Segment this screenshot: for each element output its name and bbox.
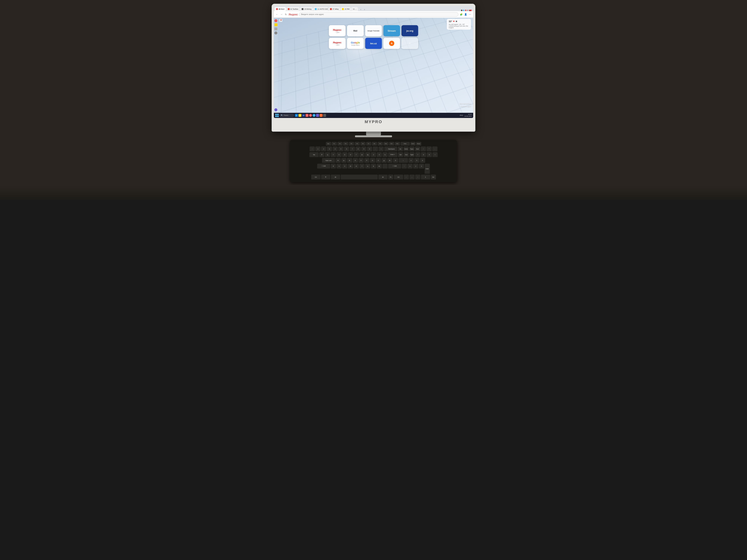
dial-translate[interactable]: Google Translate — [365, 25, 382, 36]
key-n[interactable]: Т — [359, 164, 365, 169]
key-ctrl-right[interactable]: Ctrl — [394, 175, 403, 180]
address-input[interactable] — [299, 12, 458, 17]
close-tab-button[interactable]: ✕ — [469, 10, 472, 11]
key-tilde[interactable]: ~ — [310, 146, 315, 152]
key-f[interactable]: А — [353, 158, 358, 163]
key-5[interactable]: 5 — [338, 146, 343, 152]
key-h[interactable]: Р — [364, 158, 369, 163]
key-backspace[interactable]: ← BackSpace — [384, 146, 397, 152]
key-minus[interactable]: - — [373, 146, 378, 152]
key-esc[interactable]: Esc — [326, 142, 331, 146]
key-p[interactable]: З — [371, 152, 376, 157]
key-f10[interactable]: F10 — [383, 142, 388, 146]
key-num-div[interactable]: / — [421, 146, 426, 152]
dial-add[interactable]: + — [402, 38, 418, 49]
key-insert[interactable]: Ins — [398, 146, 403, 152]
key-num-del[interactable]: Del — [431, 175, 436, 180]
browser-icon-2[interactable] — [463, 10, 464, 11]
key-f6[interactable]: F6 — [360, 142, 365, 146]
key-enter[interactable]: Enter ↵ — [388, 152, 397, 157]
key-page-down[interactable]: PgDn — [409, 152, 415, 157]
key-f1[interactable]: F1 — [332, 142, 337, 146]
calendar-icon[interactable]: 📅 — [279, 19, 282, 22]
key-c[interactable]: С — [342, 164, 347, 169]
key-m[interactable]: Ь — [365, 164, 370, 169]
dial-yandex2[interactable]: Яндекс → Дзен — [329, 38, 345, 49]
key-num5[interactable]: 5 — [414, 158, 419, 163]
reload-button[interactable]: ↻ — [284, 13, 287, 16]
taskbar-yandex[interactable]: Я — [306, 114, 308, 117]
key-f4[interactable]: F4 — [349, 142, 354, 146]
key-shift-left[interactable]: ⇧ Shift — [317, 164, 330, 169]
key-u[interactable]: Г — [354, 152, 359, 157]
change-bg-link[interactable]: Сменить фон — [461, 105, 471, 107]
key-1[interactable]: 1 — [315, 146, 320, 152]
sidebar-add-icon[interactable] — [274, 108, 277, 111]
tab-ebay[interactable]: 37 eBay — [329, 7, 340, 11]
dial-yandex1[interactable]: Яндекс → Дзен — [329, 25, 345, 36]
key-y[interactable]: Н — [348, 152, 353, 157]
key-i[interactable]: Ш — [359, 152, 365, 157]
dial-lex[interactable]: lex.uz — [365, 38, 382, 49]
key-f3[interactable]: F3 — [343, 142, 348, 146]
taskbar-search[interactable]: 🔍 Поиск — [279, 114, 294, 117]
key-8[interactable]: 8 — [356, 146, 361, 152]
key-quote[interactable]: Э — [393, 158, 398, 163]
key-alt-right[interactable]: Alt — [378, 175, 388, 180]
tab-mining[interactable]: 19 Mining — [300, 7, 313, 11]
key-z[interactable]: Я — [331, 164, 336, 169]
tab-more[interactable]: 11 ... — [351, 7, 358, 11]
key-semicolon[interactable]: Ж — [387, 158, 392, 163]
key-backslash[interactable]: \ — [399, 158, 408, 163]
key-r[interactable]: К — [336, 152, 342, 157]
key-arrow-up[interactable]: ↑ — [402, 164, 407, 169]
key-win[interactable]: ⊞ — [321, 175, 330, 180]
key-f11[interactable]: F11 — [389, 142, 394, 146]
key-6[interactable]: 6 — [344, 146, 349, 152]
key-num3[interactable]: 3 — [419, 164, 424, 169]
settings-button[interactable]: ⋯ — [468, 13, 472, 16]
key-tab[interactable]: Tab — [309, 152, 319, 157]
dial-jw[interactable]: jw.org — [402, 25, 418, 36]
taskbar-app2[interactable] — [319, 114, 323, 117]
key-f9[interactable]: F9 — [378, 142, 383, 146]
key-capslock[interactable]: Caps Lock — [322, 158, 335, 163]
key-arrow-down[interactable]: ↓ — [409, 175, 415, 180]
key-a[interactable]: Ф — [336, 158, 341, 163]
key-num-sub[interactable]: - — [432, 146, 437, 152]
key-num-mul[interactable]: * — [427, 146, 432, 152]
key-num6[interactable]: 6 — [420, 158, 425, 163]
key-o[interactable]: Щ — [365, 152, 370, 157]
tab-taobao[interactable]: 62 TaoBao — [286, 7, 300, 11]
key-j[interactable]: О — [370, 158, 375, 163]
key-num1[interactable]: 1 — [407, 164, 413, 169]
key-arrow-right[interactable]: → — [415, 175, 420, 180]
key-k[interactable]: Л — [376, 158, 381, 163]
key-f7[interactable]: F7 — [366, 142, 371, 146]
key-num2[interactable]: 2 — [413, 164, 418, 169]
browser-icon-4[interactable] — [467, 10, 468, 11]
key-f12[interactable]: F12 — [395, 142, 400, 146]
taskbar-app1[interactable] — [316, 114, 319, 117]
start-button[interactable] — [275, 114, 279, 117]
key-pause[interactable]: Pause — [416, 142, 421, 146]
key-scroll-lock[interactable]: ScrLk — [410, 142, 416, 146]
tab-olx[interactable]: 49 OLX — [275, 7, 286, 11]
key-9[interactable]: 9 — [361, 146, 366, 152]
key-period[interactable]: Ю — [377, 164, 382, 169]
browser-icon-1[interactable] — [461, 10, 462, 11]
key-e[interactable]: У — [331, 152, 336, 157]
key-f2[interactable]: F2 — [337, 142, 342, 146]
key-numlock[interactable]: Num — [415, 146, 420, 152]
key-3[interactable]: 3 — [327, 146, 332, 152]
key-s[interactable]: Ы — [341, 158, 346, 163]
key-v[interactable]: М — [348, 164, 353, 169]
key-num8[interactable]: 8 — [421, 152, 426, 157]
key-shift-right[interactable]: ⇧ Shift — [388, 164, 401, 169]
taskbar-telegram[interactable]: ✈ — [313, 114, 315, 117]
key-equals[interactable]: = — [379, 146, 384, 152]
key-w[interactable]: Ц — [325, 152, 330, 157]
taskbar-app3[interactable] — [323, 114, 326, 117]
key-fn[interactable]: Fn — [388, 175, 393, 180]
key-x[interactable]: Ч — [336, 164, 342, 169]
